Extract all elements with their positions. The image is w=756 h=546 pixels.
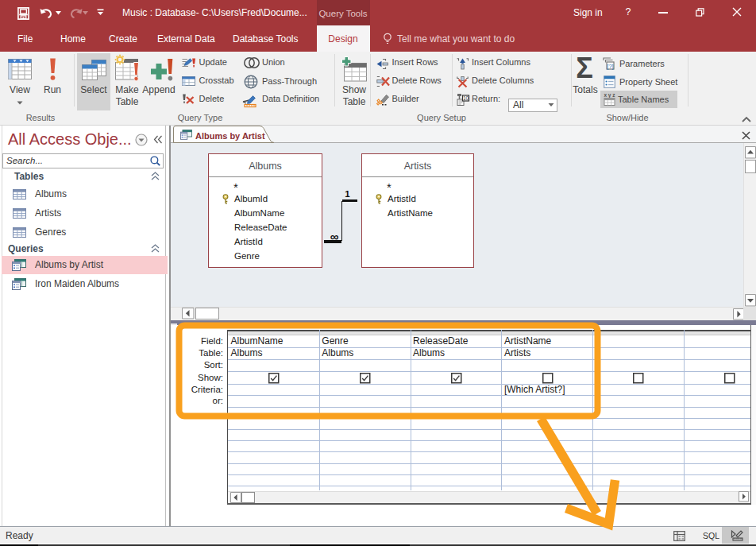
- svg-text:x y z: x y z: [604, 92, 615, 99]
- svg-text:10: 10: [462, 95, 469, 101]
- svg-text:[?]: [?]: [607, 63, 613, 70]
